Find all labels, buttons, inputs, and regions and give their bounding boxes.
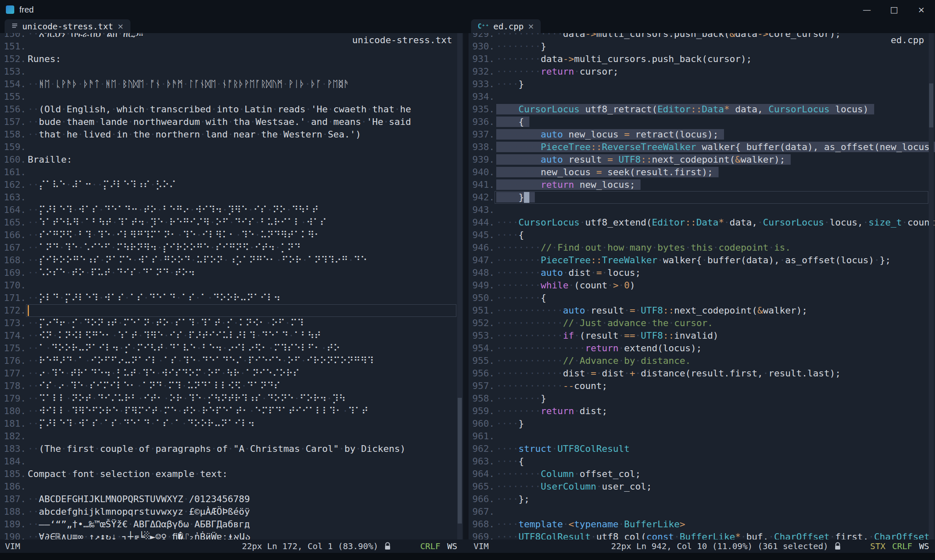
scrollbar-thumb[interactable] xyxy=(458,398,462,524)
code-line[interactable]: 159. xyxy=(0,141,463,153)
code-line[interactable]: 157.··bude·thaem·lande·northweardum·with… xyxy=(0,116,463,128)
code-line[interactable]: 163. xyxy=(0,191,463,204)
code-line[interactable]: 964.········Column·offset_col; xyxy=(469,468,935,480)
code-line[interactable]: 156.··(Old·English,·which·transcribed·in… xyxy=(0,103,463,116)
code-line[interactable]: 957.············--count; xyxy=(469,380,935,392)
editor-pane-right[interactable]: 929.············data->multi_cursors.push… xyxy=(469,33,935,539)
code-line[interactable]: 176.··⠗⠑⠛⠜⠙·⠁·⠊⠕⠋⠋⠔⠤⠝⠁⠊⠇·⠁⠎·⠹⠑·⠙⠑⠁⠙⠑⠌·⠏⠊… xyxy=(0,355,463,367)
code-line[interactable]: 182. xyxy=(0,430,463,443)
code-line[interactable]: 158.··that·he·lived·in·the·northern·land… xyxy=(0,128,463,141)
code-line[interactable]: 936.····{ xyxy=(469,116,935,128)
tab-unicode-stress-txt[interactable]: unicode-stress.txt × xyxy=(5,19,130,33)
code-line[interactable]: 180.··⠺⠊⠇⠇·⠹⠻⠑⠋⠕⠗⠑·⠏⠻⠍⠊⠞·⠍⠑·⠞⠕·⠗⠑⠏⠑⠁⠞⠂·⠑… xyxy=(0,405,463,417)
code-line[interactable]: 187.··ABCDEFGHIJKLMNOPQRSTUVWXYZ·/012345… xyxy=(0,493,463,506)
code-line[interactable]: 174.··⠪⠝·⠅⠝⠪⠇⠫⠛⠑⠂·⠱⠁⠞·⠹⠻⠑·⠊⠎·⠏⠜⠞⠊⠊⠥⠇⠜⠇⠹·… xyxy=(0,329,463,342)
code-line[interactable]: 189.··–—‘“”„†•…‰™œŠŸž€·ΑΒΓΔΩαβγδω·АБВГДа… xyxy=(0,518,463,531)
code-line[interactable]: 933.····} xyxy=(469,78,935,91)
code-line[interactable]: 167.··⠁⠝⠙·⠹⠑·⠡⠊⠑⠋·⠍⠳⠗⠝⠻⠲·⡎⠊⠗⠕⠕⠛⠑·⠎⠊⠛⠝⠫·⠊… xyxy=(0,241,463,254)
code-line[interactable]: 954.················return·extend(locus)… xyxy=(469,342,935,355)
tab-close-icon[interactable]: × xyxy=(528,22,534,31)
pane-divider[interactable] xyxy=(463,33,469,539)
code-line[interactable]: 951.············auto·result·=·UTF8::next… xyxy=(469,304,935,317)
code-line[interactable]: 166.··⠎⠊⠛⠝⠫·⠃⠹·⠹⠑·⠊⠇⠻⠛⠹⠍⠁⠝⠂·⠹⠑·⠊⠇⠻⠅⠂·⠹⠑·… xyxy=(0,229,463,241)
maximize-button[interactable]: □ xyxy=(880,0,908,19)
code-line[interactable]: 152.Runes: xyxy=(0,53,463,65)
code-line[interactable]: 162.··⡌⠁⠧⠑·⠼⠁⠒··⡍⠜⠇⠑⠹⠰⠎·⡣⠕⠌ xyxy=(0,179,463,191)
text-buffer[interactable]: 150.··እግርህን·በፍራሽህ·ልክ·ዘርጋ።151.152.Runes:1… xyxy=(0,33,463,539)
code-line[interactable]: 188.··abcdefghijklmnopqrstuvwxyz·£©µÀÆÖÞ… xyxy=(0,506,463,518)
flag-ws[interactable]: WS xyxy=(919,541,929,551)
code-line[interactable]: 190.··∀∂∈ℝ∧∪≡∞·↑↗↨↻⇣·┐┼╔╘░►☺♀·ﬁ�⑀₂ἠḂӥẄɐː… xyxy=(0,531,463,539)
code-line[interactable]: 953.············if·(result·==·UTF8::inva… xyxy=(469,329,935,342)
code-line[interactable]: 173.··⡍⠔⠙⠖·⡊·⠙⠕⠝⠰⠞·⠍⠑⠁⠝·⠞⠕·⠎⠁⠹·⠹⠁⠞·⡊·⠅⠝⠪… xyxy=(0,317,463,329)
code-line[interactable]: 931.········data->multi_cursors.push_bac… xyxy=(469,53,935,65)
code-line[interactable]: 155. xyxy=(0,91,463,103)
code-line[interactable]: 945.····{ xyxy=(469,229,935,241)
code-buffer[interactable]: 929.············data->multi_cursors.push… xyxy=(469,33,935,539)
code-line[interactable]: 940.········new_locus·=·seek(result.firs… xyxy=(469,166,935,179)
code-line[interactable]: 154.··ᚻᛖ·ᚳᚹᚫᚦ·ᚦᚫᛏ·ᚻᛖ·ᛒᚢᛞᛖ·ᚩᚾ·ᚦᚫᛗ·ᛚᚪᚾᛞᛖ·ᚾ… xyxy=(0,78,463,91)
code-line[interactable]: 934. xyxy=(469,91,935,103)
close-button[interactable]: × xyxy=(908,0,935,19)
code-line[interactable]: 946.········//·Find·out·how·many·bytes·t… xyxy=(469,241,935,254)
minimize-button[interactable]: — xyxy=(853,0,880,19)
code-line[interactable]: 165.··⠱⠁⠞⠑⠧⠻·⠁⠃⠳⠞·⠹⠁⠞⠲·⡹⠑·⠗⠑⠛⠊⠌⠻·⠕⠋·⠙⠊⠎·… xyxy=(0,216,463,229)
code-line[interactable]: 938.········PieceTree::ReverseTreeWalker… xyxy=(469,141,935,153)
code-line[interactable]: 952.············//·Just·advance·the·curs… xyxy=(469,317,935,329)
code-line[interactable]: 171.··⡕⠇⠙·⡍⠜⠇⠑⠹·⠺⠁⠎·⠁⠎·⠙⠑⠁⠙·⠁⠎·⠁·⠙⠕⠕⠗⠤⠝⠁… xyxy=(0,292,463,304)
code-line[interactable]: 164.··⡍⠜⠇⠑⠹·⠺⠁⠎·⠙⠑⠁⠙⠒·⠞⠕·⠃⠑⠛⠔·⠺⠊⠹⠲·⡹⠻⠑·⠊… xyxy=(0,204,463,216)
code-line[interactable]: 944.····CursorLocus·utf8_extend(Editor::… xyxy=(469,216,935,229)
flag-crlf[interactable]: CRLF xyxy=(420,541,440,551)
code-line[interactable]: 181.··⡍⠜⠇⠑⠹·⠺⠁⠎·⠁⠎·⠙⠑⠁⠙·⠁⠎·⠁·⠙⠕⠕⠗⠤⠝⠁⠊⠇⠲ xyxy=(0,417,463,430)
code-line[interactable]: 179.··⠩⠁⠇⠇·⠝⠕⠞·⠙⠊⠌⠥⠗⠃·⠊⠞⠂·⠕⠗·⠹⠑·⡊⠳⠝⠞⠗⠹⠰⠎… xyxy=(0,392,463,405)
code-line[interactable]: 170. xyxy=(0,279,463,292)
tab-close-icon[interactable]: × xyxy=(117,22,124,31)
scrollbar[interactable] xyxy=(457,33,462,539)
code-line[interactable]: 183.··(The·first·couple·of·paragraphs·of… xyxy=(0,443,463,455)
editor-pane-left[interactable]: 150.··እግርህን·በፍራሽህ·ልክ·ዘርጋ።151.152.Runes:1… xyxy=(0,33,463,539)
code-line[interactable]: 966.····}; xyxy=(469,493,935,506)
code-line[interactable]: 939.········auto·result·=·UTF8::next_cod… xyxy=(469,153,935,166)
code-line[interactable]: 961. xyxy=(469,430,935,443)
code-line[interactable]: 948.········auto·dist·=·locus; xyxy=(469,267,935,279)
code-line[interactable]: 969.····UTF8ColResult·utf8_col(const·Buf… xyxy=(469,531,935,539)
code-line[interactable]: 160.Braille: xyxy=(0,153,463,166)
code-line[interactable]: 967. xyxy=(469,506,935,518)
code-line[interactable]: 937.········auto·new_locus·=·retract(loc… xyxy=(469,128,935,141)
code-line[interactable]: 935.····CursorLocus·utf8_retract(Editor:… xyxy=(469,103,935,116)
code-line[interactable]: 960.····} xyxy=(469,417,935,430)
code-line[interactable]: 955.············//·Advance·by·distance. xyxy=(469,355,935,367)
code-line[interactable]: 177.··⠔·⠹⠑·⠞⠗⠁⠙⠑⠲·⡃⠥⠞·⠹⠑·⠺⠊⠎⠙⠕⠍·⠕⠋·⠳⠗·⠁⠝… xyxy=(0,367,463,380)
code-line[interactable]: 943. xyxy=(469,204,935,216)
code-line[interactable]: 932.········return·cursor; xyxy=(469,65,935,78)
code-line[interactable]: 153. xyxy=(0,65,463,78)
code-line[interactable]: 965.········UserColumn·user_col; xyxy=(469,480,935,493)
code-line[interactable]: 968.····template·<typename·BufferLike> xyxy=(469,518,935,531)
lock-icon[interactable] xyxy=(834,542,841,550)
code-line[interactable]: 186. xyxy=(0,480,463,493)
code-line[interactable]: 161. xyxy=(0,166,463,179)
scrollbar-thumb[interactable] xyxy=(929,83,933,127)
code-line[interactable]: 956.············dist·=·dist·+·distance(r… xyxy=(469,367,935,380)
code-line[interactable]: 958.········} xyxy=(469,392,935,405)
code-line[interactable]: 178.··⠊⠎·⠔·⠹⠑·⠎⠊⠍⠊⠇⠑⠂·⠁⠝⠙·⠍⠹·⠥⠝⠙⠁⠇⠇⠪⠫·⠙⠁… xyxy=(0,380,463,392)
code-line[interactable]: 930.········} xyxy=(469,40,935,53)
flag-ws[interactable]: WS xyxy=(447,541,457,551)
lock-icon[interactable] xyxy=(384,542,391,550)
code-line[interactable]: 169.··⠡⠕⠎⠑·⠞⠕·⠏⠥⠞·⠙⠊⠎·⠙⠁⠝⠙·⠞⠕⠲ xyxy=(0,267,463,279)
flag-crlf[interactable]: CRLF xyxy=(892,541,912,551)
code-line[interactable]: 959.········return·dist; xyxy=(469,405,935,417)
scrollbar[interactable] xyxy=(929,33,934,539)
code-line[interactable]: 963.····{ xyxy=(469,455,935,468)
code-line[interactable]: 950.········{ xyxy=(469,292,935,304)
code-line[interactable]: 168.··⡎⠊⠗⠕⠕⠛⠑⠰⠎·⠝⠁⠍⠑·⠺⠁⠎·⠛⠕⠕⠙·⠥⠏⠕⠝·⠰⡡⠁⠝⠛… xyxy=(0,254,463,267)
code-line[interactable]: 941.········return·new_locus; xyxy=(469,179,935,191)
tab-ed-cpp[interactable]: C⁺⁺ ed.cpp × xyxy=(471,19,541,33)
code-line[interactable]: 949.········while·(count·>·0) xyxy=(469,279,935,292)
code-line[interactable]: 185.Compact·font·selection·example·text: xyxy=(0,468,463,480)
code-line[interactable]: 962.····struct·UTF8ColResult xyxy=(469,443,935,455)
code-line[interactable]: 947.········PieceTree::TreeWalker·walker… xyxy=(469,254,935,267)
code-line[interactable]: 184. xyxy=(0,455,463,468)
code-line[interactable]: 172. xyxy=(0,304,463,317)
flag-stx[interactable]: STX xyxy=(870,541,886,551)
